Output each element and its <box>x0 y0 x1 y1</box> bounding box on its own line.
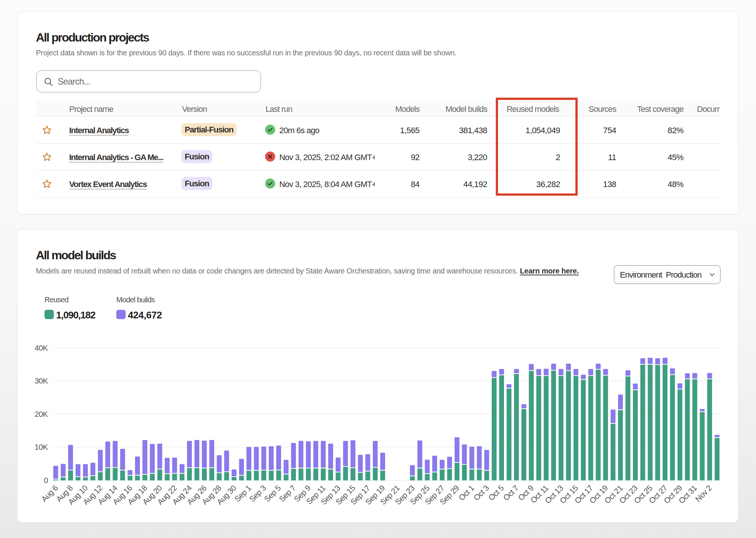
svg-text:20K: 20K <box>34 410 48 418</box>
svg-text:Oct 7: Oct 7 <box>501 484 520 502</box>
svg-text:10K: 10K <box>34 443 48 451</box>
svg-text:Oct 3: Oct 3 <box>472 484 491 502</box>
svg-text:Sep 5: Sep 5 <box>262 484 282 504</box>
svg-text:0: 0 <box>44 476 48 484</box>
svg-text:Oct 5: Oct 5 <box>487 484 505 502</box>
svg-text:30K: 30K <box>34 376 48 385</box>
svg-text:Sep 7: Sep 7 <box>277 484 297 504</box>
svg-text:40K: 40K <box>34 343 48 352</box>
svg-text:Sep 1: Sep 1 <box>233 484 253 504</box>
svg-text:Oct 1: Oct 1 <box>457 484 476 502</box>
svg-text:Sep 3: Sep 3 <box>248 484 267 504</box>
svg-text:Aug 6: Aug 6 <box>40 484 59 504</box>
svg-text:Nov 2: Nov 2 <box>694 484 713 504</box>
